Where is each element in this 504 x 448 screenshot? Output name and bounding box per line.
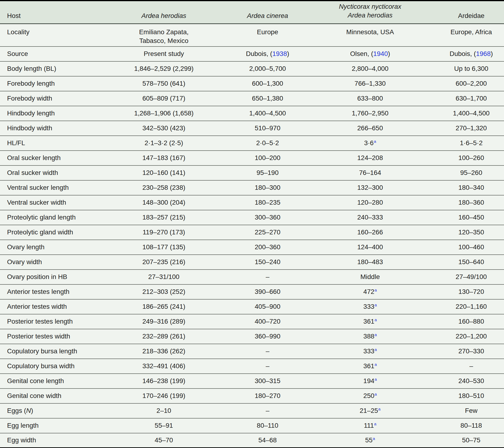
text-segment: 2·1–3·2 (2·5) [144, 139, 183, 147]
data-cell: 54–68 [233, 433, 302, 448]
text-segment: 55 [365, 436, 373, 444]
table-row: Posterior testes width232–289 (261)360–9… [0, 329, 504, 344]
col-header-host: Host [0, 1, 94, 24]
data-cell: 230–258 (238) [94, 180, 233, 195]
data-cell: 332–491 (406) [94, 359, 233, 374]
data-cell: – [233, 403, 302, 418]
text-segment: 578–750 (641) [142, 80, 185, 87]
footnote-marker: a [375, 362, 377, 367]
data-cell: – [233, 359, 302, 374]
data-cell: 361a [302, 314, 438, 329]
table-row: Hindbody length1,268–1,906 (1,658)1,400–… [0, 106, 504, 121]
data-cell: 180–360 [438, 195, 504, 210]
footnote-marker: a [375, 377, 377, 382]
data-cell: Europe [233, 24, 302, 46]
text-segment: Dubois, ( [450, 50, 476, 57]
data-cell: 300–315 [233, 374, 302, 389]
table-row: Ovary position in HB27–31/100–Middle27–4… [0, 270, 504, 284]
text-segment: 80–110 [257, 422, 278, 429]
row-label: Locality [0, 24, 94, 46]
data-cell: 2·0–5·2 [233, 136, 302, 151]
citation-year-link[interactable]: 1968 [476, 50, 491, 57]
text-segment: 633–800 [357, 95, 383, 102]
text-segment: 160–880 [458, 318, 484, 325]
family-name: Ardeidae [458, 12, 485, 19]
data-cell: 266–650 [302, 121, 438, 136]
data-cell: 55–91 [94, 418, 233, 433]
table-row: Anterior testes length212–303 (252)390–6… [0, 284, 504, 299]
text-segment: 180–300 [255, 184, 280, 191]
text-segment: 108–177 (135) [142, 243, 185, 251]
text-segment: 388 [363, 332, 374, 340]
data-cell: 2,800–4,000 [302, 61, 438, 76]
data-cell: Few [438, 403, 504, 418]
text-segment: 2,000–5,700 [249, 65, 286, 72]
footnote-marker: a [375, 392, 377, 397]
text-segment: Ovary position in HB [7, 273, 67, 280]
row-label: Egg width [0, 433, 94, 448]
text-segment: 600–1,300 [252, 80, 283, 87]
text-segment: Copulatory bursa length [7, 348, 77, 355]
text-segment: 332–491 (406) [142, 362, 185, 370]
text-segment: Egg length [7, 422, 39, 429]
table-header: Host Ardea herodias Ardea cinerea Nyctic… [0, 1, 504, 24]
data-cell: 240–530 [438, 374, 504, 389]
row-label: Ovary position in HB [0, 270, 94, 284]
data-cell: 472a [302, 284, 438, 299]
text-segment: 119–270 (173) [143, 229, 185, 236]
text-segment: 180–360 [458, 199, 484, 206]
data-cell: 150–240 [233, 255, 302, 270]
table-row: Proteolytic gland width119–270 (173)225–… [0, 225, 504, 240]
table-row: Ovary width207–235 (216)150–240180–48315… [0, 255, 504, 270]
text-segment: 21–25 [360, 407, 378, 414]
text-segment: 250 [363, 392, 374, 399]
text-segment: 1,400–4,500 [249, 110, 286, 117]
text-segment: ) [287, 50, 289, 57]
text-segment: 1,268–1,906 (1,658) [134, 110, 194, 117]
table-row: Copulatory bursa length218–336 (262)–333… [0, 344, 504, 359]
row-label: Eggs (N) [0, 403, 94, 418]
data-cell: Emiliano Zapata,Tabasco, Mexico [94, 24, 233, 46]
table-row: Forebody length578–750 (641)600–1,300766… [0, 76, 504, 91]
data-cell: 45–70 [94, 433, 233, 448]
text-segment: Oral sucker width [7, 169, 58, 176]
text-segment: 207–235 (216) [142, 258, 185, 266]
data-cell: 180–300 [233, 180, 302, 195]
data-cell: 27–31/100 [94, 270, 233, 284]
data-cell: 3·6a [302, 136, 438, 151]
citation-year-link[interactable]: 1938 [272, 50, 287, 57]
table-row: Forebody width605–809 (717)650–1,380633–… [0, 91, 504, 106]
row-label: Forebody width [0, 91, 94, 106]
data-cell: 186–265 (241) [94, 299, 233, 314]
text-segment: 2,800–4,000 [352, 65, 389, 72]
text-segment: 150–640 [458, 258, 484, 266]
text-segment: 111 [364, 422, 374, 429]
data-cell: 95–260 [438, 165, 504, 180]
text-segment: Genital cone width [7, 392, 61, 399]
text-segment: 400–720 [255, 318, 280, 325]
text-segment: 124–400 [357, 243, 383, 251]
data-cell: 361a [302, 359, 438, 374]
table-row: Egg length55–9180–110111a80–118 [0, 418, 504, 433]
header-row: Host Ardea herodias Ardea cinerea Nyctic… [0, 1, 504, 24]
data-cell: 600–2,200 [438, 76, 504, 91]
data-cell: 342–530 (423) [94, 121, 233, 136]
row-label: Egg length [0, 418, 94, 433]
data-cell: 150–640 [438, 255, 504, 270]
data-cell: Europe, Africa [438, 24, 504, 46]
text-segment: 240–530 [458, 377, 484, 385]
text-segment: 54–68 [258, 436, 277, 444]
text-segment: 342–530 (423) [142, 124, 185, 132]
text-segment: Hindbody width [7, 124, 52, 132]
citation-year-link[interactable]: 1940 [373, 50, 388, 57]
text-segment: Emiliano Zapata, [139, 28, 189, 36]
text-segment: 405–900 [255, 303, 280, 310]
data-cell: 510–970 [233, 121, 302, 136]
text-segment: 360–990 [255, 332, 280, 340]
row-label: Source [0, 46, 94, 61]
data-cell: 207–235 (216) [94, 255, 233, 270]
data-cell: 180–270 [233, 389, 302, 403]
text-segment: 650–1,380 [252, 95, 283, 102]
row-label: Hindbody length [0, 106, 94, 121]
text-segment: – [266, 273, 270, 280]
